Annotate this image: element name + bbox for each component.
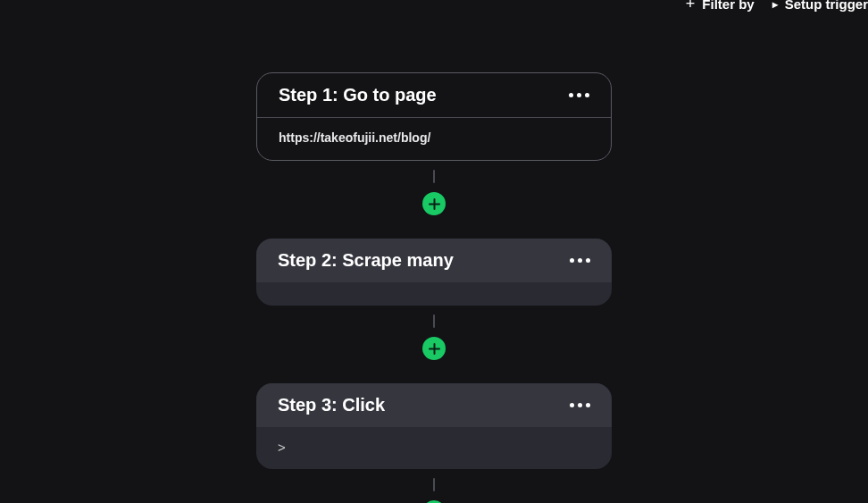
more-menu-icon[interactable] — [570, 403, 590, 407]
connector-line — [433, 314, 435, 328]
more-menu-icon[interactable] — [570, 258, 590, 263]
step-card-3[interactable]: Step 3: Click > — [256, 383, 612, 469]
workflow-canvas: Step 1: Go to page https://takeofujii.ne… — [256, 72, 612, 503]
step-header: Step 3: Click — [256, 383, 612, 427]
step-header: Step 1: Go to page — [257, 73, 611, 118]
step-card-2[interactable]: Step 2: Scrape many — [256, 239, 612, 306]
chevron-right-icon: ▸ — [772, 0, 778, 11]
step-title: Step 3: Click — [278, 395, 385, 415]
filter-by-button[interactable]: + Filter by — [686, 0, 755, 13]
step-title: Step 1: Go to page — [279, 85, 437, 105]
add-step-button[interactable] — [422, 337, 446, 360]
step-card-1[interactable]: Step 1: Go to page https://takeofujii.ne… — [256, 72, 612, 161]
connector-line — [433, 478, 435, 491]
plus-icon: + — [686, 0, 696, 13]
step-body — [256, 282, 612, 306]
step-body: > — [256, 427, 612, 469]
plus-icon — [429, 343, 440, 355]
filter-by-label: Filter by — [702, 0, 754, 12]
step-header: Step 2: Scrape many — [256, 239, 612, 282]
connector-line — [433, 170, 435, 183]
add-step-button[interactable] — [422, 192, 446, 215]
step-title: Step 2: Scrape many — [278, 250, 454, 271]
top-toolbar: + Filter by ▸ Setup trigger — [686, 0, 868, 13]
setup-trigger-label: Setup trigger — [785, 0, 868, 12]
plus-icon — [429, 198, 440, 210]
setup-trigger-button[interactable]: ▸ Setup trigger — [772, 0, 868, 13]
more-menu-icon[interactable] — [569, 93, 589, 97]
step-body: https://takeofujii.net/blog/ — [257, 118, 611, 160]
